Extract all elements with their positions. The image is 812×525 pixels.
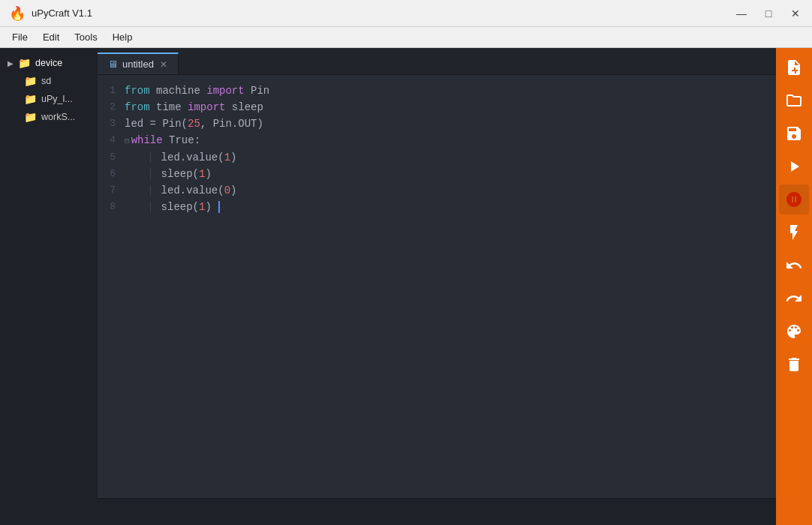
line-num-5: 5 — [98, 149, 125, 166]
folder-icon-upyl: 📁 — [24, 93, 37, 105]
code-line-7: 7 led.value(0) — [98, 182, 776, 199]
save-file-button[interactable] — [779, 118, 809, 148]
sidebar-item-sd[interactable]: 📁 sd — [0, 72, 98, 90]
menu-tools[interactable]: Tools — [68, 30, 103, 44]
undo-button[interactable] — [779, 250, 809, 280]
open-file-icon — [785, 92, 803, 110]
menu-edit[interactable]: Edit — [37, 30, 65, 44]
menu-help[interactable]: Help — [107, 30, 139, 44]
sidebar-label-upyl: uPy_l... — [41, 94, 73, 104]
line-content-7: led.value(0) — [125, 182, 776, 199]
flash-icon — [785, 224, 803, 242]
app-icon: 🔥 — [9, 5, 26, 22]
beautify-icon — [785, 322, 803, 340]
main-layout: ▶ 📁 device 📁 sd 📁 uPy_l... 📁 workS... 🖥 … — [0, 48, 812, 525]
new-file-icon — [785, 58, 803, 76]
tab-bar: 🖥 untitled ✕ — [98, 48, 776, 75]
sidebar-item-works[interactable]: 📁 workS... — [0, 108, 98, 126]
line-num-1: 1 — [98, 82, 125, 99]
sidebar-label-sd: sd — [41, 76, 51, 86]
line-content-8: sleep(1) — [125, 199, 776, 215]
code-line-1: 1 from machine import Pin — [98, 82, 776, 99]
sidebar-item-device[interactable]: ▶ 📁 device — [0, 54, 98, 72]
line-content-5: led.value(1) — [125, 149, 776, 166]
code-line-4: 4 ⊟while True: — [98, 132, 776, 149]
sidebar: ▶ 📁 device 📁 sd 📁 uPy_l... 📁 workS... — [0, 48, 98, 525]
line-num-6: 6 — [98, 166, 125, 182]
line-content-6: sleep(1) — [125, 166, 776, 182]
undo-icon — [785, 256, 803, 274]
folder-icon: 📁 — [18, 57, 31, 69]
line-num-7: 7 — [98, 182, 125, 199]
new-file-button[interactable] — [779, 52, 809, 82]
line-num-4: 4 — [98, 132, 125, 148]
line-content-4: ⊟while True: — [125, 132, 776, 149]
run-icon — [785, 158, 803, 176]
line-content-2: from time import sleep — [125, 99, 776, 116]
title-left: 🔥 uPyCraft V1.1 — [9, 5, 92, 22]
redo-icon — [785, 290, 803, 308]
delete-icon — [785, 356, 803, 374]
sidebar-label-device: device — [35, 58, 62, 68]
close-button[interactable]: ✕ — [788, 8, 803, 20]
flash-button[interactable] — [779, 218, 809, 248]
sidebar-label-works: workS... — [41, 112, 75, 122]
delete-button[interactable] — [779, 350, 809, 380]
title-controls: — □ ✕ — [734, 8, 803, 20]
code-line-5: 5 led.value(1) — [98, 149, 776, 166]
open-file-button[interactable] — [779, 86, 809, 116]
folder-icon-works: 📁 — [24, 111, 37, 123]
text-cursor — [218, 201, 220, 213]
tab-close-button[interactable]: ✕ — [160, 59, 167, 70]
minimize-button[interactable]: — — [734, 8, 749, 20]
stop-icon — [785, 190, 803, 208]
code-line-8: 8 sleep(1) — [98, 199, 776, 215]
code-editor[interactable]: 1 from machine import Pin 2 from time im… — [98, 75, 776, 498]
tab-untitled[interactable]: 🖥 untitled ✕ — [98, 52, 179, 74]
tab-icon: 🖥 — [108, 58, 118, 70]
code-line-2: 2 from time import sleep — [98, 99, 776, 116]
sidebar-item-upyl[interactable]: 📁 uPy_l... — [0, 90, 98, 108]
code-line-6: 6 sleep(1) — [98, 166, 776, 182]
line-content-3: led = Pin(25, Pin.OUT) — [125, 116, 776, 132]
code-line-3: 3 led = Pin(25, Pin.OUT) — [98, 116, 776, 132]
title-bar: 🔥 uPyCraft V1.1 — □ ✕ — [0, 0, 812, 27]
right-toolbar — [776, 48, 812, 525]
beautify-button[interactable] — [779, 316, 809, 346]
editor-area: 🖥 untitled ✕ 1 from machine import Pin 2… — [98, 48, 776, 525]
line-content-1: from machine import Pin — [125, 82, 776, 99]
tab-label: untitled — [122, 58, 154, 70]
save-file-icon — [785, 124, 803, 142]
menu-file[interactable]: File — [6, 30, 34, 44]
arrow-icon: ▶ — [8, 59, 14, 68]
maximize-button[interactable]: □ — [761, 8, 776, 20]
folder-icon-sd: 📁 — [24, 75, 37, 87]
menu-bar: File Edit Tools Help — [0, 27, 812, 48]
redo-button[interactable] — [779, 284, 809, 314]
stop-button[interactable] — [779, 184, 809, 214]
app-title: uPyCraft V1.1 — [32, 8, 92, 19]
line-num-2: 2 — [98, 99, 125, 116]
terminal-area[interactable] — [98, 498, 776, 525]
line-num-3: 3 — [98, 116, 125, 132]
line-num-8: 8 — [98, 199, 125, 215]
run-button[interactable] — [779, 152, 809, 182]
